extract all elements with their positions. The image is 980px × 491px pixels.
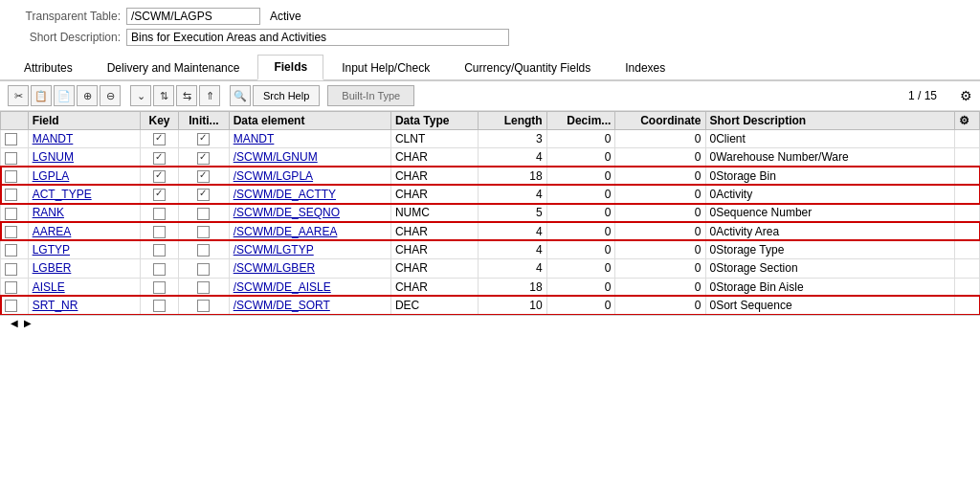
tab-fields[interactable]: Fields [257,55,323,80]
checkbox[interactable] [197,170,210,183]
delete-button[interactable]: ⊖ [100,85,121,106]
top-button[interactable]: ⇑ [199,85,220,106]
tab-delivery[interactable]: Delivery and Maintenance [91,56,256,79]
filter-button[interactable]: ⇆ [176,85,197,106]
checkbox[interactable] [153,208,166,220]
sort-button[interactable]: ⇅ [153,85,174,106]
tab-indexes[interactable]: Indexes [609,56,681,79]
checkbox[interactable] [5,208,17,220]
checkbox[interactable] [5,170,17,183]
tab-bar: Attributes Delivery and Maintenance Fiel… [0,54,980,81]
checkbox[interactable] [197,189,210,201]
data-elem-link[interactable]: /SCWM/LGNUM [234,150,318,164]
table-row: RANK/SCWM/DE_SEQNONUMC5000Sequence Numbe… [1,204,980,222]
tab-attributes[interactable]: Attributes [8,56,89,79]
col-dtype-header: Data Type [390,112,478,130]
table-row: LGPLA/SCWM/LGPLACHAR18000Storage Bin [1,167,980,185]
table-row: LGTYP/SCWM/LGTYPCHAR4000Storage Type [1,240,980,258]
field-link[interactable]: ACT_TYPE [33,188,92,201]
checkbox[interactable] [5,152,17,165]
col-settings-header: ⚙ [954,112,979,130]
table-row: LGBER/SCWM/LGBERCHAR4000Storage Section [1,259,980,278]
checkbox[interactable] [5,244,17,257]
checkbox[interactable] [153,300,166,312]
srch-help-button[interactable]: Srch Help [253,85,320,106]
copy-button[interactable]: 📋 [31,85,52,106]
col-decim-header: Decim... [546,112,615,130]
field-link[interactable]: RANK [33,206,64,219]
data-elem-link[interactable]: /SCWM/LGBER [234,261,315,275]
checkbox[interactable] [153,133,166,145]
checkbox[interactable] [153,244,166,257]
checkbox[interactable] [197,208,210,220]
checkbox[interactable] [197,281,210,294]
checkbox[interactable] [153,226,166,238]
scroll-right[interactable]: ▶ [21,318,34,328]
data-elem-link[interactable]: /SCWM/DE_SEQNO [234,206,340,219]
table-row: ACT_TYPE/SCWM/DE_ACTTYCHAR4000Activity [1,185,980,203]
checkbox[interactable] [153,152,166,165]
fields-table: Field Key Initi... Data element Data Typ… [0,111,980,315]
table-value: /SCWM/LAGPS [126,8,260,25]
data-elem-link[interactable]: /SCWM/LGTYP [234,243,314,257]
checkbox[interactable] [153,189,166,201]
table-row: LGNUM/SCWM/LGNUMCHAR4000Warehouse Number… [1,148,980,167]
col-init-header: Initi... [179,112,230,130]
table-label: Transparent Table: [15,10,121,23]
checkbox[interactable] [153,281,166,294]
checkbox[interactable] [5,133,17,145]
checkbox[interactable] [197,133,210,145]
field-link[interactable]: SRT_NR [33,299,78,312]
move-down-button[interactable]: ⌄ [130,85,151,106]
col-coord-header: Coordinate [615,112,705,130]
field-link[interactable]: AAREA [33,225,72,238]
col-data-elem-header: Data element [229,112,390,130]
desc-label: Short Description: [15,31,121,44]
checkbox[interactable] [153,170,166,183]
top-section: Transparent Table: /SCWM/LAGPS Active Sh… [0,0,980,54]
paste-button[interactable]: 📄 [54,85,75,106]
checkbox[interactable] [197,263,210,276]
col-short-header: Short Description [705,112,954,130]
table-row: AAREA/SCWM/DE_AAREACHAR4000Activity Area [1,222,980,240]
col-key-header: Key [140,112,178,130]
tab-currency[interactable]: Currency/Quantity Fields [448,56,607,79]
col-length-header: Length [479,112,547,130]
fields-table-container: Field Key Initi... Data element Data Typ… [0,111,980,315]
search-icon-btn[interactable]: 🔍 [230,85,251,106]
cut-button[interactable]: ✂ [8,85,29,106]
table-body: MANDTMANDTCLNT3000ClientLGNUM/SCWM/LGNUM… [1,130,980,315]
field-link[interactable]: LGTYP [33,243,70,257]
checkbox[interactable] [5,226,17,238]
settings-icon[interactable]: ⚙ [960,88,972,103]
checkbox[interactable] [5,300,17,312]
data-elem-link[interactable]: /SCWM/DE_AISLE [234,280,331,294]
checkbox[interactable] [197,152,210,165]
toolbar: ✂ 📋 📄 ⊕ ⊖ ⌄ ⇅ ⇆ ⇑ 🔍 Srch Help Built-In T… [0,81,980,111]
data-elem-link[interactable]: /SCWM/DE_ACTTY [234,188,336,201]
checkbox[interactable] [197,244,210,257]
data-elem-link[interactable]: /SCWM/DE_AAREA [234,225,338,238]
built-in-type-button[interactable]: Built-In Type [327,85,414,106]
scroll-left[interactable]: ◀ [8,318,21,328]
table-header-row: Field Key Initi... Data element Data Typ… [1,112,980,130]
checkbox[interactable] [5,189,17,201]
checkbox[interactable] [5,263,17,276]
data-elem-link[interactable]: /SCWM/DE_SORT [234,299,330,312]
checkbox[interactable] [197,226,210,238]
data-elem-link[interactable]: MANDT [234,132,275,145]
checkbox[interactable] [197,300,210,312]
field-link[interactable]: AISLE [33,280,65,294]
col-field-header: Field [28,112,140,130]
field-link[interactable]: LGBER [33,261,72,275]
field-link[interactable]: LGPLA [33,169,70,183]
checkbox[interactable] [5,281,17,294]
tab-input-help[interactable]: Input Help/Check [325,56,446,79]
scrollbar-horizontal: ◀ ▶ [0,315,980,330]
field-link[interactable]: LGNUM [33,150,74,164]
checkbox[interactable] [153,263,166,276]
field-link[interactable]: MANDT [33,132,74,145]
desc-row-info: Short Description: Bins for Execution Ar… [15,29,965,46]
data-elem-link[interactable]: /SCWM/LGPLA [234,169,313,183]
add-button[interactable]: ⊕ [77,85,98,106]
